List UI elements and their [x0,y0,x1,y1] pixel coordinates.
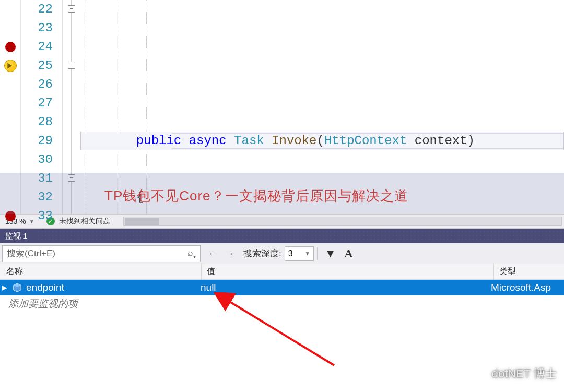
code-editor[interactable]: 22 23 24 25 26 27 28 29 30 31 32 33 − − … [0,0,564,214]
watch-title: 监视 1 [5,231,28,241]
breakpoint-icon[interactable] [5,211,16,221]
line-number: 33 [21,207,62,225]
current-line-arrow-icon [4,60,17,72]
watch-toolbar: 搜索(Ctrl+E) ⌕▾ ← → 搜索深度: 3 ▼ ▼ A [0,243,564,264]
search-depth-label: 搜索深度: [240,247,285,259]
font-icon[interactable]: A [340,247,357,260]
object-icon [13,283,22,292]
nav-back-button[interactable]: ← [208,247,219,260]
nav-forward-button[interactable]: → [224,247,235,260]
line-number: 24 [21,38,62,56]
horizontal-scrollbar[interactable] [123,217,562,226]
line-numbers-gutter[interactable]: 22 23 24 25 26 27 28 29 30 31 32 33 [21,0,63,214]
code-area[interactable]: public async Task Invoke(HttpContext con… [80,0,564,214]
chevron-down-icon: ▼ [305,251,310,256]
line-number: 22 [21,0,62,19]
no-issues-label: 未找到相关问题 [59,217,110,226]
breakpoint-icon[interactable] [5,42,16,52]
line-number: 32 [21,188,62,207]
fold-toggle-icon[interactable]: − [68,174,75,182]
watch-name-cell[interactable]: endpoint [26,282,198,293]
line-number: 26 [21,75,62,94]
watch-panel-header[interactable]: 监视 1 [0,229,564,243]
fold-toggle-icon[interactable]: − [68,5,75,13]
watch-grid-header: 名称 值 类型 [0,264,564,280]
column-header-value[interactable]: 值 [202,264,494,279]
line-number: 27 [21,94,62,113]
line-number: 31 [21,169,62,188]
column-header-name[interactable]: 名称 [0,264,202,279]
filter-icon[interactable]: ▼ [321,247,340,260]
column-header-type[interactable]: 类型 [494,264,564,279]
line-number: 23 [21,19,62,38]
line-number: 30 [21,150,62,169]
line-number: 28 [21,113,62,132]
search-input[interactable]: 搜索(Ctrl+E) ⌕▾ [2,245,201,262]
fold-gutter[interactable]: − − − [63,0,80,214]
search-depth-select[interactable]: 3 ▼ [285,246,314,261]
watch-value-cell[interactable]: null [198,282,491,293]
scrollbar-thumb[interactable] [125,218,159,225]
line-number: 25 [21,56,62,75]
watch-add-hint[interactable]: 添加要监视的项 [0,295,564,311]
breakpoint-gutter[interactable] [0,0,21,214]
code-line[interactable]: { [80,188,564,207]
watch-type-cell: Microsoft.Asp [491,282,564,293]
expand-icon[interactable]: ▸ [0,281,9,293]
fold-toggle-icon[interactable]: − [68,62,75,69]
watch-grid-body[interactable]: ▸ endpoint null Microsoft.Asp 添加要监视的项 [0,280,564,392]
watch-row[interactable]: ▸ endpoint null Microsoft.Asp [0,280,564,295]
watch-panel: 监视 1 搜索(Ctrl+E) ⌕▾ ← → 搜索深度: 3 ▼ ▼ A 名称 … [0,229,564,392]
code-line[interactable]: public async Task Invoke(HttpContext con… [80,132,564,150]
line-number: 29 [21,132,62,150]
editor-status-strip: 133 % ▼ ✓ 未找到相关问题 [0,214,564,229]
search-icon[interactable]: ⌕▾ [187,247,196,259]
search-placeholder: 搜索(Ctrl+E) [7,247,55,259]
